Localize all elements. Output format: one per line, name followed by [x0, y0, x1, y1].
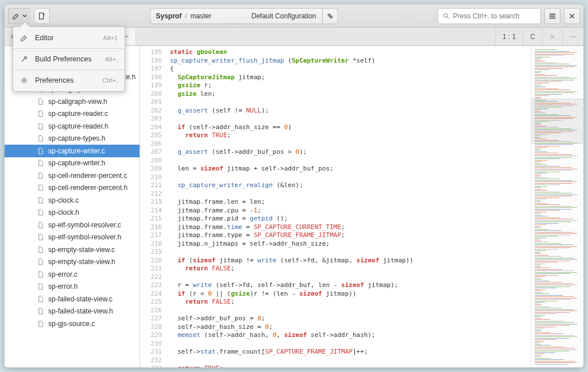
minimap-line [535, 60, 540, 60]
file-row[interactable]: sp-cell-renderer-percent.c [5, 169, 140, 182]
minimap-line [535, 238, 546, 238]
minimap-line [535, 313, 556, 314]
minimap-line [535, 275, 558, 276]
code-line: sp_capture_writer_realign (&len); [170, 181, 531, 190]
minimap-line [535, 173, 547, 173]
file-row[interactable]: sp-cell-renderer-percent.h [5, 182, 140, 195]
minimap-line [535, 341, 544, 342]
file-row[interactable]: sp-capture-reader.h [5, 120, 140, 133]
minimap-line [535, 224, 546, 225]
code-area[interactable]: static gbooleansp_capture_writer_flush_j… [167, 46, 531, 367]
file-icon [38, 209, 45, 216]
line-number: 198 [140, 73, 162, 82]
code-line: gsize len; [170, 90, 531, 99]
menu-item-build-preferences[interactable]: Build PreferencesAlt+, [13, 51, 125, 68]
minimap-line [535, 316, 540, 317]
menu-item-editor[interactable]: EditorAlt+1 [13, 29, 125, 46]
minimap-line [535, 362, 577, 363]
file-row[interactable]: sp-capture-writer.c [5, 145, 140, 157]
perspective-button[interactable] [8, 8, 30, 24]
file-row[interactable]: sp-elf-symbol-resolver.h [5, 231, 140, 244]
code-line: return FALSE; [170, 265, 531, 273]
svg-point-1 [328, 14, 330, 16]
minimap-line [535, 157, 572, 158]
minimap-line [535, 209, 572, 210]
language-indicator[interactable]: C [523, 28, 542, 45]
minimap-line [535, 97, 541, 98]
file-row[interactable]: sp-elf-symbol-resolver.c [5, 219, 140, 231]
minimap-line [535, 241, 541, 241]
view-options-button[interactable] [562, 28, 583, 45]
minimap-line [535, 204, 560, 205]
file-row[interactable]: sp-capture-reader.c [5, 108, 140, 121]
minimap-line [535, 250, 546, 251]
file-row[interactable]: sp-callgraph-view.h [5, 95, 140, 108]
minimap-line [535, 212, 547, 212]
code-line: jitmap.frame.cpu = -1; [170, 207, 531, 215]
code-line: self->stat.frame_count[SP_CAPTURE_FRAME_… [170, 348, 531, 356]
omnibar[interactable]: Sysprof / master Default Configuration [150, 8, 322, 24]
code-line [170, 157, 531, 165]
minimap-line [535, 278, 540, 278]
minimap-line [535, 153, 559, 153]
minimap-line [535, 126, 546, 126]
minimap-line [535, 87, 546, 87]
minimap-line [535, 91, 577, 92]
file-row[interactable]: sp-capture-types.h [5, 133, 140, 145]
minimap-line [535, 265, 540, 265]
file-row[interactable]: sp-clock.h [5, 207, 140, 219]
tab-close-button[interactable] [542, 28, 562, 45]
minimap-line [535, 242, 548, 242]
minimap-line [535, 332, 550, 333]
minimap-line [535, 339, 556, 340]
minimap-line [535, 232, 573, 232]
minimap-line [535, 239, 540, 239]
file-row[interactable]: sp-empty-state-view.h [5, 256, 140, 269]
line-number: 200 [140, 90, 162, 99]
file-name: sp-clock.h [48, 208, 79, 216]
close-window-button[interactable] [564, 8, 580, 24]
line-number: 220 [140, 257, 162, 265]
search-input[interactable] [453, 12, 539, 20]
minimap-line [535, 249, 558, 250]
svg-point-5 [572, 36, 574, 37]
file-row[interactable]: sp-failed-state-view.c [5, 293, 140, 305]
minimap-line [535, 108, 548, 109]
search-box[interactable] [438, 8, 541, 24]
code-line: { [170, 65, 531, 73]
file-row[interactable]: sp-clock.c [5, 194, 140, 207]
new-document-button[interactable] [34, 8, 50, 24]
file-list[interactable]: sp-callgraph-profile.csp-callgraph-profi… [5, 46, 140, 367]
line-number: 211 [140, 181, 162, 190]
file-row[interactable]: sp-empty-state-view.c [5, 243, 140, 256]
code-line: sp_capture_writer_flush_jitmap (SpCaptur… [170, 57, 531, 65]
line-number: 226 [140, 307, 162, 315]
file-row[interactable]: sp-gjs-source.c [5, 317, 140, 330]
minimap-line [535, 169, 577, 169]
code-line [170, 190, 531, 199]
minimap-line [535, 149, 541, 149]
menu-item-preferences[interactable]: PreferencesCtrl+, [13, 72, 125, 89]
file-row[interactable]: sp-capture-writer.h [5, 157, 140, 170]
file-row[interactable]: sp-failed-state-view.h [5, 305, 140, 318]
file-row[interactable]: sp-error.h [5, 281, 140, 293]
minimap-line [535, 285, 577, 285]
minimap-line [535, 130, 577, 130]
file-row[interactable]: sp-error.c [5, 268, 140, 281]
minimap-line [535, 107, 562, 107]
line-number: 209 [140, 165, 162, 173]
minimap-line [535, 364, 568, 365]
build-button[interactable] [322, 8, 338, 24]
minimap-line [535, 117, 577, 118]
minimap-line [535, 176, 540, 176]
minimap-line [535, 292, 541, 293]
minimap[interactable] [531, 46, 583, 367]
menu-item-accel: Alt+, [105, 56, 118, 63]
menu-button[interactable] [544, 8, 560, 24]
line-number: 232 [140, 356, 162, 365]
line-number: 215 [140, 215, 162, 223]
minimap-line [535, 74, 545, 75]
minimap-line [535, 331, 541, 331]
minimap-line [535, 184, 560, 185]
code-line: return FALSE; [170, 298, 531, 307]
